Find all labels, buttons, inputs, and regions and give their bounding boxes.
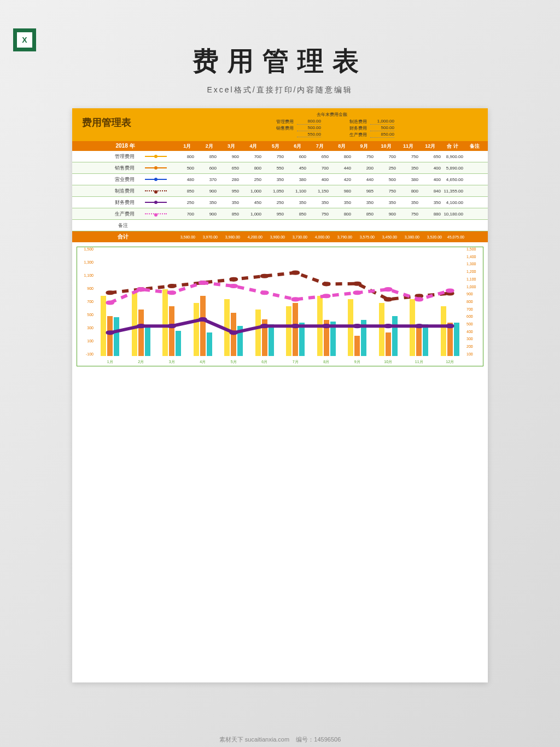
chart-plot	[95, 249, 465, 356]
page-subtitle: Excel格式/直接打印/内容随意编辑	[0, 85, 560, 95]
month-header: 12月	[419, 143, 441, 150]
table-row: 营业费用480370280250350380400420440500380400…	[72, 174, 488, 185]
legend-mark	[138, 167, 174, 168]
cell: 250	[264, 200, 286, 205]
bar	[286, 306, 291, 356]
cell: 420	[331, 177, 353, 182]
last-year-title: 去年末费用金额	[180, 112, 483, 118]
bar	[410, 299, 415, 356]
cell: 5,890.00	[443, 166, 465, 171]
cell: 250	[376, 166, 398, 171]
total-cell: 3,970.00	[196, 235, 219, 239]
excel-icon-text: X	[17, 32, 32, 48]
cell: 750	[398, 212, 421, 217]
cell: 850	[174, 189, 196, 194]
cell: 450	[241, 200, 264, 205]
cell: 800	[174, 154, 196, 159]
cell: 900	[376, 212, 398, 217]
month-header: 6月	[287, 143, 308, 150]
total-cell: 3,790.00	[331, 235, 353, 239]
row-name: 销售费用	[72, 165, 138, 172]
cell: 480	[174, 177, 196, 182]
total-cell: 3,520.00	[421, 235, 443, 239]
cell: 350	[376, 200, 398, 205]
ly-label: 生产费用	[343, 132, 367, 138]
cell: 900	[196, 189, 219, 194]
cell: 550	[264, 166, 286, 171]
cell: 500	[174, 166, 196, 171]
cell: 1,050	[264, 189, 286, 194]
month-header: 备注	[463, 143, 485, 150]
cell: 380	[398, 177, 421, 182]
ly-value: 550.00	[297, 132, 321, 137]
cell: 650	[219, 166, 241, 171]
legend-mark	[138, 156, 174, 157]
cell: 440	[331, 166, 353, 171]
cell: 950	[219, 189, 241, 194]
bar	[379, 303, 384, 357]
table-row: 制造费用8509009501,0001,0501,1001,1509809857…	[72, 185, 488, 197]
cell: 750	[353, 154, 376, 159]
footer: 素材天下 sucaitianxia.com 编号：14596506	[0, 736, 560, 744]
footer-id-label: 编号：	[296, 736, 314, 743]
bar	[114, 317, 119, 356]
total-cell: 3,450.00	[376, 235, 398, 239]
month-header: 2月	[198, 143, 220, 150]
table-row: 生产费用7009008501,0009508507508008509007508…	[72, 208, 488, 220]
ly-label	[270, 132, 294, 137]
ly-value: 500.00	[370, 125, 394, 131]
cell: 850	[353, 212, 376, 217]
total-cell: 3,900.00	[264, 235, 286, 239]
cell: 200	[353, 166, 376, 171]
cell: 350	[398, 200, 421, 205]
cell	[465, 200, 488, 205]
cell: 750	[264, 154, 286, 159]
cell: 350	[286, 200, 308, 205]
bar	[324, 320, 329, 356]
total-cell: 4,200.00	[241, 235, 264, 239]
bar	[138, 310, 144, 356]
total-cell: 3,575.00	[353, 235, 376, 239]
cell	[465, 189, 488, 194]
bar	[224, 299, 230, 356]
ly-value: 1,000.00	[370, 119, 394, 125]
bar	[317, 296, 323, 356]
row-name: 制造费用	[72, 188, 138, 195]
month-header: 10月	[375, 143, 397, 150]
cell: 350	[308, 200, 331, 205]
ly-label: 管理费用	[270, 119, 294, 125]
remark-label: 备注	[72, 222, 174, 229]
bar	[361, 320, 366, 356]
cell: 1,150	[308, 189, 331, 194]
month-header: 5月	[265, 143, 287, 150]
cell: 1,100	[286, 189, 308, 194]
ly-label: 财务费用	[343, 125, 367, 131]
cell: 700	[241, 154, 264, 159]
total-cell: 3,580.00	[174, 235, 196, 239]
page-title: 费用管理表	[0, 44, 560, 79]
bar	[348, 299, 353, 356]
total-label: 合计	[72, 233, 174, 241]
cell: 350	[353, 200, 376, 205]
ly-label: 销售费用	[270, 125, 294, 131]
cell: 400	[421, 177, 443, 182]
bar	[200, 296, 206, 356]
bar	[299, 323, 305, 356]
legend-mark	[138, 179, 174, 180]
month-header: 8月	[331, 143, 353, 150]
cell: 380	[286, 177, 308, 182]
bar	[386, 332, 391, 356]
cell: 250	[241, 177, 264, 182]
template-page: 费用管理表 去年末费用金额 管理费用800.00销售费用500.00550.00…	[72, 108, 488, 682]
month-header: 7月	[309, 143, 331, 150]
bar	[330, 322, 336, 356]
y-axis-left: 1,5001,3001,100900700500300100-100	[78, 247, 94, 356]
bar	[441, 306, 446, 356]
table-row: 财务费用250350350450250350350350350350350350…	[72, 197, 488, 208]
cell: 985	[353, 189, 376, 194]
data-rows: 管理费用800850900700750600650800750700750650…	[72, 151, 488, 220]
bar	[101, 296, 106, 356]
bar	[392, 316, 398, 356]
cell: 600	[286, 154, 308, 159]
bar	[231, 313, 236, 356]
